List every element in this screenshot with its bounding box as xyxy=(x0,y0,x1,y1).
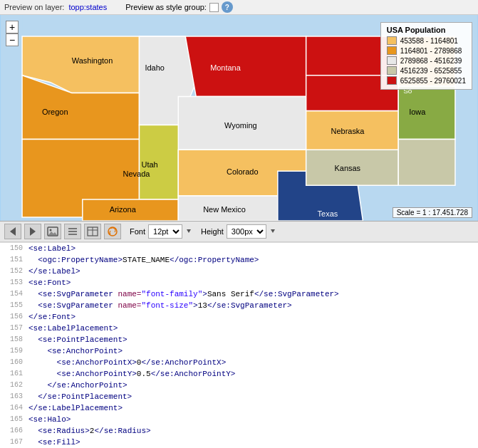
style-group-area: Preview as style group: ? xyxy=(125,1,233,13)
code-content: <se:Font> xyxy=(28,277,475,288)
code-line: 166 <se:Radius>2</se:Radius> xyxy=(0,425,478,437)
height-label: Height xyxy=(201,227,224,236)
code-line: 161 <se:AnchorPointY>0.5</se:AnchorPoint… xyxy=(0,368,478,380)
code-line: 163 </se:PointPlacement> xyxy=(0,391,478,402)
toolbar: Font 12pt 10pt 14pt 16pt 18pt Height 300… xyxy=(0,222,478,242)
svg-marker-37 xyxy=(30,227,36,236)
font-dropdown-arrow xyxy=(185,226,192,237)
code-content: <se:LabelPlacement> xyxy=(28,323,475,334)
code-content: </se:LabelPlacement> xyxy=(28,402,475,414)
code-line: 153<se:Font> xyxy=(0,277,478,288)
line-number: 166 xyxy=(3,425,23,437)
line-number: 157 xyxy=(3,323,23,334)
line-number: 159 xyxy=(3,345,23,357)
code-line: 155 <se:SvgParameter name="font-size">13… xyxy=(0,300,478,311)
svg-text:Arizona: Arizona xyxy=(110,205,137,214)
legend-item-4: 4516239 - 6525855 xyxy=(387,66,466,75)
zoom-controls: + − xyxy=(6,21,19,46)
code-content: <se:Halo> xyxy=(28,414,475,425)
legend-title: USA Population xyxy=(387,26,466,34)
svg-text:Texas: Texas xyxy=(318,209,338,218)
legend-item-1: 453588 - 1164801 xyxy=(387,36,466,45)
legend-range-4: 4516239 - 6525855 xyxy=(400,67,462,75)
zoom-in-button[interactable]: + xyxy=(6,21,19,33)
code-content: <se:AnchorPoint> xyxy=(28,345,475,357)
legend-color-4 xyxy=(387,66,397,75)
code-content: <se:AnchorPointX>0</se:AnchorPointX> xyxy=(28,357,475,368)
svg-marker-48 xyxy=(187,229,191,233)
svg-text:Idaho: Idaho xyxy=(145,63,164,72)
info-icon[interactable]: ? xyxy=(222,1,233,13)
code-line: 154 <se:SvgParameter name="font-family">… xyxy=(0,288,478,300)
style-group-checkbox[interactable] xyxy=(209,3,219,12)
legend: USA Population 453588 - 1164801 1164801 … xyxy=(380,22,472,90)
style-group-label: Preview as style group: xyxy=(125,3,207,11)
svg-marker-49 xyxy=(271,229,275,233)
code-line: 159 <se:AnchorPoint> xyxy=(0,345,478,357)
line-number: 160 xyxy=(3,357,23,368)
line-number: 158 xyxy=(3,334,23,345)
code-content: <se:Radius>2</se:Radius> xyxy=(28,425,475,437)
image-button[interactable] xyxy=(44,224,61,239)
line-number: 151 xyxy=(3,254,23,266)
line-number: 167 xyxy=(3,437,23,448)
line-number: 165 xyxy=(3,414,23,425)
zoom-out-button[interactable]: − xyxy=(6,33,19,46)
map-container: Washington Oregon Idaho Montana Wyoming … xyxy=(0,15,478,222)
svg-point-39 xyxy=(50,229,52,231)
code-content: <se:PointPlacement> xyxy=(28,334,475,345)
svg-text:Iowa: Iowa xyxy=(409,108,426,116)
code-content: </se:Label> xyxy=(28,266,475,277)
line-number: 153 xyxy=(3,277,23,288)
height-select[interactable]: 300px 200px 400px 500px xyxy=(227,224,266,239)
svg-text:Oregon: Oregon xyxy=(42,108,68,116)
code-content: </se:PointPlacement> xyxy=(28,391,475,402)
layer-link[interactable]: topp:states xyxy=(68,3,107,11)
font-size-select[interactable]: 12pt 10pt 14pt 16pt 18pt xyxy=(148,224,182,239)
line-number: 161 xyxy=(3,368,23,380)
back-button[interactable] xyxy=(4,224,21,239)
legend-range-2: 1164801 - 2789868 xyxy=(400,47,462,55)
svg-marker-40 xyxy=(48,231,57,235)
legend-item-3: 2789868 - 4516239 xyxy=(387,56,466,65)
height-dropdown-arrow xyxy=(269,226,276,237)
code-editor[interactable]: 150<se:Label>151 <ogc:PropertyName>STATE… xyxy=(0,242,478,448)
table-button[interactable] xyxy=(84,224,101,239)
code-line: 162 </se:AnchorPoint> xyxy=(0,380,478,391)
svg-text:Kansas: Kansas xyxy=(335,164,361,172)
legend-color-1 xyxy=(387,36,397,45)
line-number: 155 xyxy=(3,300,23,311)
code-line: 150<se:Label> xyxy=(0,243,478,254)
svg-text:Utah: Utah xyxy=(141,160,157,169)
code-content: </se:Font> xyxy=(28,311,475,323)
top-bar: Preview on layer: topp:states Preview as… xyxy=(0,0,478,15)
code-line: 160 <se:AnchorPointX>0</se:AnchorPointX> xyxy=(0,357,478,368)
line-number: 163 xyxy=(3,391,23,402)
legend-color-5 xyxy=(387,76,397,85)
line-number: 164 xyxy=(3,402,23,414)
code-content: <se:Label> xyxy=(28,243,475,254)
lines-button[interactable] xyxy=(64,224,81,239)
line-number: 152 xyxy=(3,266,23,277)
code-line: 167 <se:Fill> xyxy=(0,437,478,448)
code-content: <se:SvgParameter name="font-size">13</se… xyxy=(28,300,475,311)
legend-color-3 xyxy=(387,56,397,65)
line-number: 154 xyxy=(3,288,23,300)
code-line: 151 <ogc:PropertyName>STATE_NAME</ogc:Pr… xyxy=(0,254,478,266)
scale-bar: Scale = 1 : 17.451.728 xyxy=(393,207,472,218)
preview-label: Preview on layer: xyxy=(4,3,64,11)
svg-text:Washington: Washington xyxy=(72,56,113,65)
line-number: 162 xyxy=(3,380,23,391)
svg-marker-36 xyxy=(10,227,16,236)
forward-button[interactable] xyxy=(24,224,41,239)
svg-text:Nevada: Nevada xyxy=(123,170,151,178)
code-line: 156</se:Font> xyxy=(0,311,478,323)
code-content: </se:AnchorPoint> xyxy=(28,380,475,391)
refresh-button[interactable] xyxy=(104,224,121,239)
svg-text:Wyoming: Wyoming xyxy=(224,121,257,130)
code-content: <se:AnchorPointY>0.5</se:AnchorPointY> xyxy=(28,368,475,380)
code-line: 165<se:Halo> xyxy=(0,414,478,425)
code-content: <se:SvgParameter name="font-family">Sans… xyxy=(28,288,475,300)
code-line: 152</se:Label> xyxy=(0,266,478,277)
code-line: 157<se:LabelPlacement> xyxy=(0,323,478,334)
